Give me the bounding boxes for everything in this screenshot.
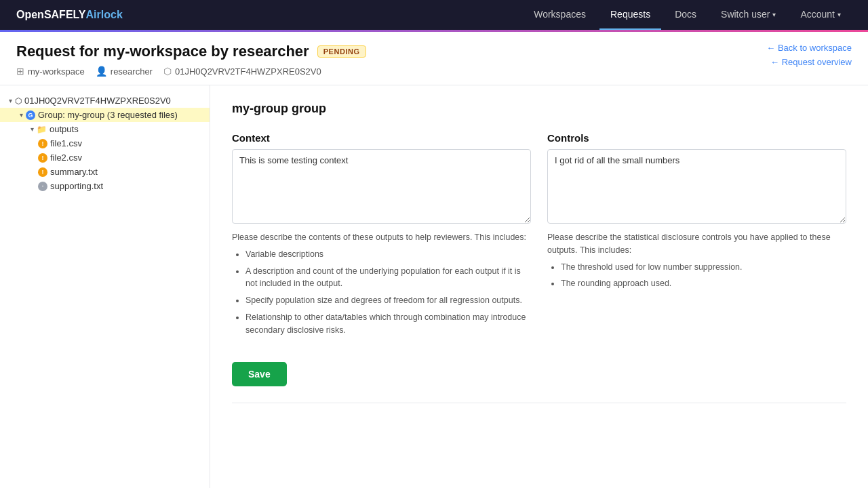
workspace-icon: ⊞ — [16, 66, 24, 77]
nav-workspaces[interactable]: Workspaces — [523, 0, 597, 30]
content: my-group group Context Please describe t… — [210, 85, 868, 488]
group-label: Group: my-group (3 requested files) — [38, 110, 178, 120]
file1-label: file1.csv — [50, 138, 82, 148]
page-header: Request for my-workspace by researcher P… — [0, 32, 868, 85]
folder-icon: 📁 — [37, 125, 47, 134]
nav-requests[interactable]: Requests — [599, 0, 661, 30]
brand: OpenSAFELY Airlock — [16, 9, 123, 21]
context-hint: Please describe the contents of these ou… — [232, 231, 531, 336]
user-label: researcher — [111, 66, 153, 77]
controls-textarea[interactable] — [547, 149, 846, 224]
nav-account[interactable]: Account ▾ — [789, 0, 852, 30]
file2-badge-icon: ! — [38, 153, 47, 163]
user-icon: 👤 — [96, 66, 107, 77]
group-badge-icon: G — [26, 110, 35, 120]
context-label: Context — [232, 132, 531, 144]
tree-file-4[interactable]: · supporting.txt — [0, 179, 210, 193]
context-hint-2: A description and count of the underlyin… — [245, 265, 531, 291]
outputs-label: outputs — [50, 124, 79, 134]
request-overview-link[interactable]: ← Request overview — [770, 57, 852, 67]
root-label: 01JH0Q2VRV2TF4HWZPXRE0S2V0 — [24, 96, 171, 106]
user-meta: 👤 researcher — [96, 66, 153, 77]
status-badge: PENDING — [317, 45, 366, 58]
context-hint-1: Variable descriptions — [245, 248, 531, 261]
brand-open: Open — [16, 9, 44, 21]
tree-group-item[interactable]: ▾ G Group: my-group (3 requested files) — [0, 108, 210, 122]
main-layout: ▾ ⬡ 01JH0Q2VRV2TF4HWZPXRE0S2V0 ▾ G Group… — [0, 85, 868, 488]
outputs-expand-icon: ▾ — [27, 125, 37, 133]
page-meta: ⊞ my-workspace 👤 researcher ⬡ 01JH0Q2VRV… — [16, 66, 366, 77]
account-chevron-icon: ▾ — [837, 11, 841, 18]
controls-hint-2: The rounding approach used. — [561, 277, 846, 290]
nav-docs[interactable]: Docs — [664, 0, 707, 30]
controls-hint: Please describe the statistical disclosu… — [547, 231, 846, 290]
tree-file-3[interactable]: ! summary.txt — [0, 165, 210, 179]
tree-root: ▾ ⬡ 01JH0Q2VRV2TF4HWZPXRE0S2V0 ▾ G Group… — [0, 91, 210, 196]
page-title: Request for my-workspace by researcher — [16, 43, 309, 60]
controls-hint-1: The threshold used for low number suppre… — [561, 261, 846, 274]
tree-outputs-item[interactable]: ▾ 📁 outputs — [0, 122, 210, 136]
file2-label: file2.csv — [50, 152, 82, 163]
group-expand-icon: ▾ — [16, 111, 26, 119]
id-icon: ⬡ — [163, 66, 172, 77]
request-id-label: 01JH0Q2VRV2TF4HWZPXRE0S2V0 — [175, 66, 321, 77]
context-textarea[interactable] — [232, 149, 531, 224]
controls-hint-list: The threshold used for low number suppre… — [561, 261, 846, 291]
summary-label: summary.txt — [50, 167, 98, 177]
root-expand-icon: ▾ — [5, 97, 15, 104]
switch-user-chevron-icon: ▾ — [772, 11, 776, 18]
page-header-left: Request for my-workspace by researcher P… — [16, 43, 366, 77]
workspace-meta: ⊞ my-workspace — [16, 66, 85, 77]
form-grid: Context Please describe the contents of … — [232, 132, 846, 340]
content-divider — [232, 403, 846, 403]
brand-airlock: Airlock — [86, 9, 123, 21]
context-hint-list: Variable descriptions A description and … — [245, 248, 531, 337]
request-id-meta: ⬡ 01JH0Q2VRV2TF4HWZPXRE0S2V0 — [163, 66, 321, 77]
workspace-label: my-workspace — [28, 66, 85, 77]
save-button[interactable]: Save — [232, 362, 287, 386]
summary-badge-icon: ! — [38, 167, 47, 177]
page-title-row: Request for my-workspace by researcher P… — [16, 43, 366, 60]
context-hint-3: Specify population size and degrees of f… — [245, 294, 531, 307]
nav-switch-user[interactable]: Switch user ▾ — [710, 0, 787, 30]
group-title: my-group group — [232, 102, 846, 116]
supporting-badge-icon: · — [38, 182, 47, 191]
page-header-right: ← Back to workspace ← Request overview — [766, 43, 852, 67]
brand-safely: SAFELY — [44, 9, 86, 21]
nav-items: Workspaces Requests Docs Switch user ▾ A… — [523, 0, 852, 30]
controls-section: Controls Please describe the statistical… — [547, 132, 846, 340]
file1-badge-icon: ! — [38, 139, 47, 148]
back-to-workspace-link[interactable]: ← Back to workspace — [766, 43, 852, 53]
root-icon: ⬡ — [15, 96, 22, 106]
tree-root-item[interactable]: ▾ ⬡ 01JH0Q2VRV2TF4HWZPXRE0S2V0 — [0, 94, 210, 108]
navbar: OpenSAFELY Airlock Workspaces Requests D… — [0, 0, 868, 30]
tree-file-1[interactable]: ! file1.csv — [0, 136, 210, 150]
context-hint-4: Relationship to other data/tables which … — [245, 311, 531, 337]
sidebar: ▾ ⬡ 01JH0Q2VRV2TF4HWZPXRE0S2V0 ▾ G Group… — [0, 85, 210, 488]
supporting-label: supporting.txt — [50, 181, 103, 191]
controls-label: Controls — [547, 132, 846, 144]
tree-file-2[interactable]: ! file2.csv — [0, 150, 210, 165]
context-section: Context Please describe the contents of … — [232, 132, 531, 340]
